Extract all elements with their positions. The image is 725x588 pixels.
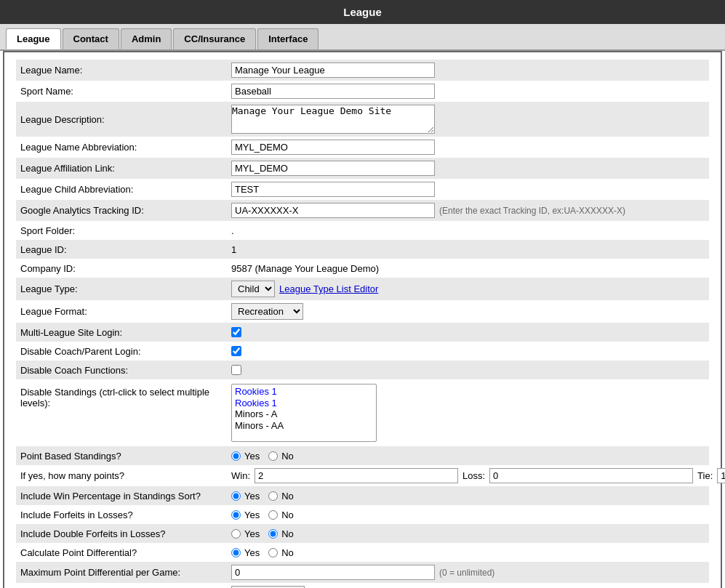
google-analytics-label: Google Analytics Tracking ID: — [20, 205, 231, 216]
forfeits-label: Include Forfeits in Losses? — [20, 510, 231, 520]
forfeits-no-label[interactable]: No — [268, 510, 294, 520]
league-name-input[interactable] — [231, 63, 435, 78]
tab-interface[interactable]: Interface — [257, 28, 319, 49]
win-pct-yes-label[interactable]: Yes — [231, 491, 260, 502]
calc-point-yes-radio[interactable] — [231, 548, 241, 557]
calc-point-no-label[interactable]: No — [268, 547, 294, 558]
calc-point-no-radio[interactable] — [268, 548, 278, 557]
forfeits-yes-radio[interactable] — [231, 510, 241, 520]
google-analytics-input[interactable] — [231, 203, 435, 218]
tab-admin[interactable]: Admin — [121, 28, 172, 49]
forfeits-yes-label[interactable]: Yes — [231, 510, 260, 520]
point-based-no-radio[interactable] — [268, 451, 278, 461]
league-type-list-editor-link[interactable]: League Type List Editor — [279, 283, 378, 294]
double-forfeits-label: Include Double Forfeits in Losses? — [20, 528, 231, 539]
multi-league-checkbox[interactable] — [231, 327, 241, 337]
league-child-abbr-label: League Child Abbreviation: — [20, 184, 231, 195]
league-name-label: League Name: — [20, 65, 231, 76]
disable-coach-func-checkbox[interactable] — [231, 365, 241, 375]
disable-coach-func-label: Disable Coach Functions: — [20, 365, 231, 376]
sport-name-input[interactable] — [231, 84, 435, 99]
league-format-select[interactable]: Recreation Tournament — [231, 303, 303, 320]
max-point-hint: (0 = unlimited) — [439, 568, 494, 578]
tab-cc-insurance[interactable]: CC/Insurance — [173, 28, 256, 49]
league-abbr-input[interactable] — [231, 140, 435, 155]
point-based-yes-radio[interactable] — [231, 451, 241, 461]
title-bar: League — [0, 0, 725, 24]
max-point-label: Maximum Point Differential per Game: — [20, 567, 231, 578]
disable-coach-parent-checkbox[interactable] — [231, 346, 241, 356]
forfeits-no-radio[interactable] — [268, 510, 278, 520]
league-type-select[interactable]: Child Adult — [231, 281, 275, 297]
loss-input[interactable] — [489, 468, 693, 483]
double-forfeits-no-radio[interactable] — [268, 529, 278, 539]
calc-point-label: Calculate Point Differential? — [20, 547, 231, 558]
tie-input[interactable] — [717, 468, 725, 483]
point-based-label: Point Based Standings? — [20, 451, 231, 462]
company-id-value: 9587 (Manage Your League Demo) — [231, 263, 379, 274]
win-pct-no-label[interactable]: No — [268, 491, 294, 502]
tab-league[interactable]: League — [6, 28, 61, 49]
double-forfeits-yes-label[interactable]: Yes — [231, 528, 260, 539]
disable-coach-parent-label: Disable Coach/Parent Login: — [20, 346, 231, 357]
league-affil-label: League Affiliation Link: — [20, 163, 231, 174]
win-pct-no-radio[interactable] — [268, 491, 278, 501]
league-id-label: League ID: — [20, 244, 231, 255]
calc-point-yes-label[interactable]: Yes — [231, 547, 260, 558]
league-format-label: League Format: — [20, 306, 231, 317]
league-id-value: 1 — [231, 244, 236, 255]
league-affil-input[interactable] — [231, 161, 435, 176]
google-analytics-hint: (Enter the exact Tracking ID, ex:UA-XXXX… — [439, 206, 625, 216]
win-label: Win: — [231, 470, 250, 481]
tab-contact[interactable]: Contact — [63, 28, 119, 49]
points-label: If yes, how many points? — [20, 470, 231, 481]
sport-folder-value: . — [231, 225, 234, 236]
sport-folder-label: Sport Folder: — [20, 225, 231, 236]
disable-standings-label: Disable Standings (ctrl-click to select … — [20, 384, 231, 408]
league-desc-textarea[interactable]: Manage Your League Demo Site — [231, 105, 435, 134]
double-forfeits-no-label[interactable]: No — [268, 528, 294, 539]
double-forfeits-yes-radio[interactable] — [231, 529, 241, 539]
win-pct-yes-radio[interactable] — [231, 491, 241, 501]
point-based-no-label[interactable]: No — [268, 451, 294, 462]
disable-standings-listbox[interactable]: Rookies 1 Rookies 1 Minors - A Minors - … — [231, 384, 377, 442]
sport-name-label: Sport Name: — [20, 86, 231, 97]
multi-league-label: Multi-League Site Login: — [20, 327, 231, 338]
league-type-label: League Type: — [20, 283, 231, 294]
company-id-label: Company ID: — [20, 263, 231, 274]
win-input[interactable] — [255, 468, 458, 483]
league-abbr-label: League Name Abbreviation: — [20, 142, 231, 153]
win-pct-label: Include Win Percentage in Standings Sort… — [20, 491, 231, 502]
tie-label: Tie: — [697, 470, 713, 481]
loss-label: Loss: — [462, 470, 485, 481]
league-desc-label: League Description: — [20, 114, 231, 125]
max-point-input[interactable] — [231, 565, 435, 580]
point-based-yes-label[interactable]: Yes — [231, 451, 260, 462]
tab-bar: League Contact Admin CC/Insurance Interf… — [0, 24, 725, 51]
league-child-abbr-input[interactable] — [231, 182, 435, 197]
